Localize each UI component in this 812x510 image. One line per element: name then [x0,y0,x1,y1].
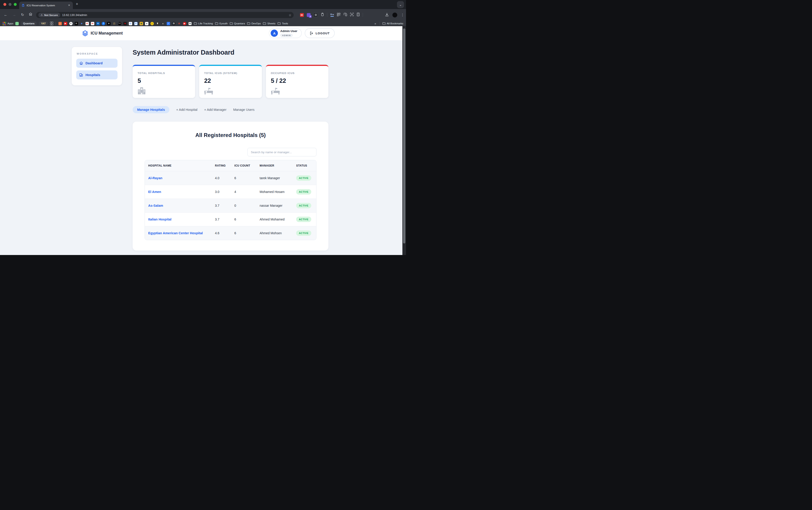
bookmark-folder-sheets[interactable]: Sheets [263,22,275,25]
hospital-link[interactable]: El Amen [148,190,161,194]
all-bookmarks-button[interactable]: All Bookmarks [382,22,403,25]
bookmark-star-icon[interactable]: ☆ [289,13,292,17]
netflix-icon[interactable]: N [123,22,127,25]
outlier-icon[interactable]: Outlier [118,22,121,25]
tab-manage-users[interactable]: Manage Users [233,108,254,111]
qr-code-icon[interactable] [337,13,340,17]
sidebar-section-label: WORKSPACE [77,52,118,55]
back-icon[interactable]: ← [3,12,8,18]
reload-icon[interactable]: ↻ [20,12,26,18]
dark-extension-icon[interactable] [313,13,318,17]
scale-icon[interactable]: ⚖ [113,22,116,25]
fast-forward-extension-icon[interactable] [300,13,304,17]
extension-badge: 9 [309,15,312,18]
new-tab-button[interactable]: + [76,2,78,6]
rating-cell: 4.0 [212,171,231,185]
home-icon[interactable] [28,12,33,18]
amazon-icon[interactable]: a [145,22,148,25]
bookmark-folder-quantara[interactable]: Quantara [230,22,245,25]
bookmark-folder-life-tracking[interactable]: Life Tracking [194,22,213,25]
sidebar-item-label: Dashboard [86,61,102,65]
facebook-icon[interactable]: f [102,22,105,25]
cube-icon[interactable]: ◇ [58,22,62,25]
security-chip[interactable]: ⚠ Not Secure [38,12,60,18]
tab-search-chevron-icon[interactable]: ⌄ [397,1,404,8]
asterisk-icon[interactable]: ✳ [74,22,78,25]
bookmarks-overflow-icon[interactable]: » [374,22,376,25]
hospital-link[interactable]: Italian Hospital [148,218,172,221]
bookmark-folder-eyouth[interactable]: Eyouth [215,22,228,25]
chatgpt-icon[interactable]: ✳ [69,22,72,25]
tab-add-manager[interactable]: + Add Manager [204,108,227,111]
screen-capture-icon[interactable] [350,12,354,17]
bookmark-quantara-chip[interactable]: Quantara [21,22,37,26]
calendar-icon[interactable]: 8 [134,22,138,25]
bookmark-yat-chip[interactable]: YAT [39,22,48,26]
youtube-icon[interactable]: ▶ [64,22,67,25]
person-icon[interactable]: ✿ [178,22,181,25]
tab-close-icon[interactable]: ✕ [68,4,70,7]
x-icon[interactable]: X [107,22,111,25]
search-input[interactable] [247,148,317,157]
toolbar-divider [327,13,327,17]
devices-icon[interactable] [343,12,347,17]
main-content: System Administrator Dashboard TOTAL HOS… [132,49,328,251]
dashboard-grid-icon[interactable] [50,22,53,25]
browser-menu-icon[interactable]: ⋮ [401,13,404,17]
sidebar-item-dashboard[interactable]: Dashboard [76,59,118,68]
browser-tab[interactable]: ICU Reservation System ✕ [19,2,73,9]
stat-label: OCCUPIED ICUS [271,72,324,75]
hospital-link[interactable]: Egyptian American Center Hospital [148,231,203,235]
downloads-icon[interactable] [385,12,389,18]
bookmark-folder-tools[interactable]: Tools [277,22,288,25]
purple-extension-icon[interactable]: 9 [307,13,310,17]
notion-icon[interactable]: N [188,22,192,25]
tasks-check-icon[interactable]: ✓ [167,22,170,25]
extensions-row: 9 [300,11,363,19]
hospital-link[interactable]: As-Salam [148,204,163,207]
stat-card-total-icus: TOTAL ICUS (SYSTEM) 22 [199,65,262,98]
translate-icon[interactable]: G [129,22,132,25]
hospital-link[interactable]: Al-Rayan [148,176,162,180]
logout-button[interactable]: LOGOUT [305,28,335,38]
forward-icon[interactable]: → [11,12,17,18]
home-icon [79,61,83,65]
tab-add-hospital[interactable]: + Add Hospital [176,108,198,111]
fullscreen-window-button[interactable] [14,3,17,6]
minimize-window-button[interactable] [8,3,11,6]
bookmark-folder-devops[interactable]: DevOps [247,22,261,25]
stat-value: 22 [204,77,257,84]
icu-count-cell: 6 [231,171,256,185]
icu-bed-icon [204,88,213,94]
site-header: ICU Management A Admin User ADMIN LOGOUT [0,26,402,40]
bookmark-apps[interactable]: Apps [3,22,13,25]
address-bar[interactable]: ⚠ Not Secure 13.62.130.34/admin ☆ [36,12,294,18]
classroom-icon[interactable]: ▣ [140,22,143,25]
security-chip-label: Not Secure [44,14,58,17]
admin-user-pill[interactable]: A Admin User ADMIN [269,28,302,38]
sparkle-icon[interactable]: ✦ [80,22,84,25]
tower-icon[interactable]: ♜ [156,22,159,25]
gmail-icon[interactable]: M [91,22,94,25]
table-row: Al-Rayan 4.0 6 tarek Manager ACTIVE [145,171,317,185]
gmail-icon[interactable]: M [86,22,89,25]
smiley-icon[interactable]: ☺ [150,22,154,25]
rating-cell: 3.7 [212,199,231,213]
tab-manage-hospitals[interactable]: Manage Hospitals [132,106,170,113]
linkedin-icon[interactable]: in [96,22,100,25]
extensions-icon[interactable] [321,12,324,17]
eiffel-tower-icon[interactable]: ▲ [161,22,164,25]
password-manager-icon[interactable] [330,13,334,17]
github-icon[interactable]: ⦿ [172,22,176,25]
brand[interactable]: ICU Management [82,26,123,40]
green-bookmark-icon[interactable] [16,22,19,25]
close-window-button[interactable] [3,3,6,6]
scrollbar-thumb[interactable] [403,28,405,244]
youtube-music-icon[interactable]: ▶ [183,22,186,25]
manager-cell: Ahmed Mohsen [256,226,293,240]
calculator-icon[interactable] [357,12,360,17]
profile-avatar[interactable] [392,12,397,18]
stats-row: TOTAL HOSPITALS 5 TOTAL ICUS (SYSTEM) 2 [132,65,328,98]
manager-cell: Ahmed Mohamed [256,213,293,226]
sidebar-item-hospitals[interactable]: Hospitals [76,70,118,79]
